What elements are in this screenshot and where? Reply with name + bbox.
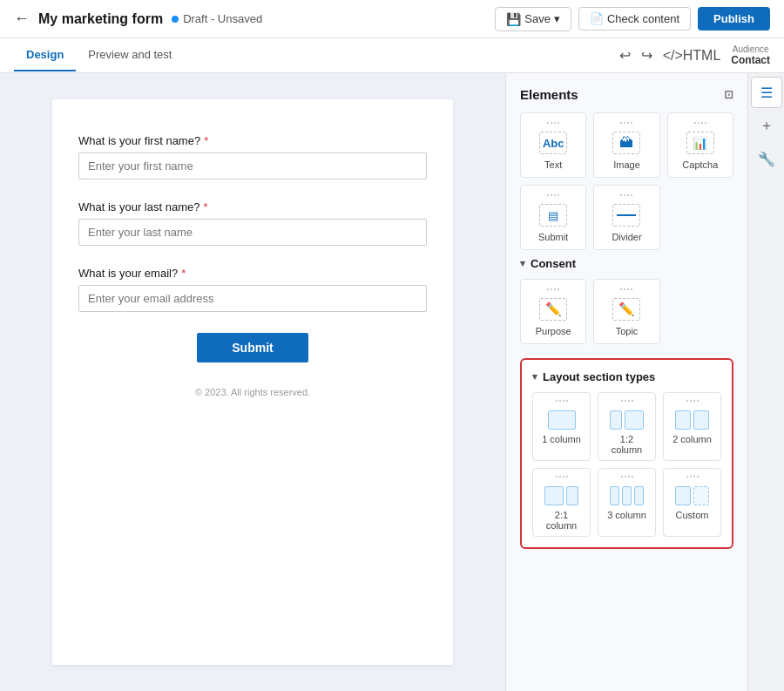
- element-text[interactable]: Abc Text: [520, 112, 586, 178]
- layout-custom-label: Custom: [676, 510, 709, 520]
- layout-1-column[interactable]: 1 column: [532, 392, 591, 461]
- subnav-tabs: Design Preview and test: [14, 39, 184, 71]
- element-topic-label: Topic: [616, 326, 639, 336]
- undo-button[interactable]: ↩: [619, 47, 631, 64]
- undo-icon: ↩: [619, 47, 631, 64]
- image-element-icon: 🏔: [612, 132, 640, 154]
- form-field-last-name: What is your last name? *: [78, 200, 427, 246]
- element-divider-label: Divider: [612, 232, 641, 242]
- submit-area: Submit: [78, 333, 427, 362]
- redo-icon: ↪: [641, 47, 652, 64]
- sidebar-icons: ☰ ＋ 🔧: [747, 73, 784, 691]
- subnav: Design Preview and test ↩ ↪ </> HTML Aud…: [0, 38, 784, 73]
- purpose-element-icon: ✏️: [539, 298, 567, 321]
- check-content-label: Check content: [607, 12, 679, 25]
- redo-button[interactable]: ↪: [641, 47, 652, 64]
- add-icon: ＋: [760, 117, 774, 135]
- element-captcha-label: Captcha: [682, 159, 718, 170]
- captcha-element-icon: 📊: [686, 132, 714, 154]
- element-purpose[interactable]: ✏️ Purpose: [520, 279, 586, 344]
- layout-3-column[interactable]: 3 column: [598, 468, 656, 537]
- layout-grid: 1 column 1:2 column: [532, 392, 721, 537]
- header-left: ← My marketing form Draft - Unsaved: [14, 10, 262, 28]
- form-card: What is your first name? * What is your …: [52, 99, 453, 665]
- layout-3col-icon: [610, 484, 644, 505]
- canvas: What is your first name? * What is your …: [0, 73, 505, 691]
- publish-button[interactable]: Publish: [698, 7, 770, 30]
- element-divider[interactable]: Divider: [593, 185, 659, 250]
- layout-21col-icon: [544, 484, 578, 505]
- audience-selector[interactable]: Audience Contact: [731, 44, 770, 66]
- field-label-email: What is your email? *: [78, 267, 427, 280]
- field-label-last-name: What is your last name? *: [78, 200, 427, 213]
- layout-21-column[interactable]: 2:1 column: [532, 468, 591, 537]
- submit-element-icon: ▤: [539, 204, 567, 227]
- required-star-2: *: [203, 200, 207, 213]
- elements-title: Elements ⊡: [520, 87, 733, 102]
- form-field-email: What is your email? *: [78, 267, 427, 312]
- consent-collapse-header[interactable]: ▾ Consent: [520, 257, 733, 270]
- draft-status: Draft - Unsaved: [183, 12, 262, 25]
- right-panel: Elements ⊡ Abc Text 🏔: [505, 73, 784, 691]
- tab-design[interactable]: Design: [14, 39, 76, 71]
- layout-custom[interactable]: Custom: [663, 468, 721, 537]
- audience-value: Contact: [731, 54, 770, 66]
- publish-label: Publish: [713, 12, 754, 25]
- tab-preview-and-test[interactable]: Preview and test: [76, 39, 184, 71]
- email-input[interactable]: [78, 285, 427, 312]
- element-text-label: Text: [544, 159, 562, 170]
- layout-1col-label: 1 column: [542, 434, 581, 444]
- element-submit-label: Submit: [538, 232, 568, 242]
- header-right: 💾 Save ▾ 📄 Check content Publish: [495, 7, 770, 31]
- audience-label: Audience: [733, 44, 769, 54]
- save-dropdown-icon: ▾: [554, 12, 560, 25]
- layout-12col-label: 1:2 column: [604, 434, 650, 455]
- back-icon: ←: [14, 10, 30, 28]
- required-star: *: [204, 134, 208, 147]
- main-content: What is your first name? * What is your …: [0, 73, 784, 691]
- check-content-icon: 📄: [590, 12, 604, 25]
- element-submit[interactable]: ▤ Submit: [520, 185, 586, 250]
- sidebar-elements-button[interactable]: ☰: [751, 77, 782, 108]
- back-button[interactable]: ←: [14, 10, 30, 28]
- layout-1col-icon: [548, 409, 576, 430]
- layout-2-column[interactable]: 2 column: [663, 392, 721, 461]
- first-name-input[interactable]: [78, 152, 427, 180]
- check-content-button[interactable]: 📄 Check content: [578, 7, 691, 30]
- elements-panel-icon: ⊡: [724, 88, 733, 101]
- save-label: Save: [524, 12, 551, 25]
- consent-section: ▾ Consent ✏️ Purpose: [520, 257, 733, 344]
- layout-12col-icon: [610, 409, 644, 430]
- element-topic[interactable]: ✏️ Topic: [593, 279, 659, 344]
- element-image-label: Image: [613, 159, 640, 170]
- draft-badge: Draft - Unsaved: [172, 12, 262, 25]
- submit-button[interactable]: Submit: [197, 333, 308, 362]
- layout-21col-label: 2:1 column: [538, 510, 585, 531]
- html-button[interactable]: </> HTML: [663, 48, 721, 64]
- consent-grid: ✏️ Purpose ✏️ Topic: [520, 279, 733, 344]
- sidebar-settings-button[interactable]: 🔧: [751, 143, 782, 174]
- header: ← My marketing form Draft - Unsaved 💾 Sa…: [0, 0, 784, 38]
- field-label-first-name: What is your first name? *: [78, 134, 427, 147]
- elements-panel-icon: ☰: [760, 85, 773, 101]
- layout-3col-label: 3 column: [607, 510, 646, 520]
- layout-2col-icon: [675, 409, 709, 430]
- form-footer: © 2023. All rights reserved.: [78, 387, 427, 397]
- wrench-icon: 🔧: [758, 151, 775, 167]
- divider-element-icon: [612, 204, 640, 227]
- save-button[interactable]: 💾 Save ▾: [495, 7, 571, 31]
- layout-collapse-header[interactable]: ▾ Layout section types: [532, 370, 721, 383]
- layout-collapse-arrow: ▾: [532, 371, 537, 383]
- element-purpose-label: Purpose: [536, 326, 571, 336]
- last-name-input[interactable]: [78, 219, 427, 246]
- consent-collapse-arrow: ▾: [520, 258, 525, 269]
- sidebar-add-button[interactable]: ＋: [751, 110, 782, 141]
- element-image[interactable]: 🏔 Image: [593, 112, 659, 178]
- elements-grid: Abc Text 🏔 Image 📊: [520, 112, 733, 250]
- required-star-3: *: [181, 267, 186, 280]
- html-icon: </>: [663, 48, 683, 64]
- draft-dot: [172, 16, 179, 23]
- layout-12-column[interactable]: 1:2 column: [598, 392, 656, 461]
- form-field-first-name: What is your first name? *: [78, 134, 427, 180]
- element-captcha[interactable]: 📊 Captcha: [667, 112, 733, 178]
